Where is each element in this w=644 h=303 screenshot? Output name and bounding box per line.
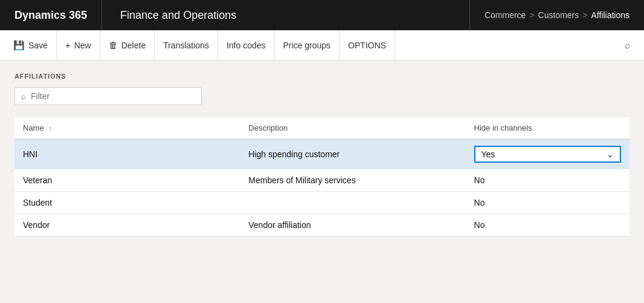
table-row[interactable]: VeteranMembers of Military servicesNo [14, 169, 630, 192]
chevron-down-icon: ⌄ [607, 149, 614, 159]
cell-desc-vendor: Vendor affiliation [240, 214, 465, 236]
col-hide-label: Hide in channels [474, 123, 532, 132]
delete-button[interactable]: 🗑 Delete [100, 30, 155, 60]
options-button[interactable]: OPTIONS [340, 30, 395, 60]
info-codes-label: Info codes [227, 41, 266, 50]
filter-search-icon: ⌕ [21, 92, 26, 101]
breadcrumb-sep2: > [582, 10, 587, 20]
brand-logo[interactable]: Dynamics 365 [0, 0, 102, 30]
section-title: AFFILIATIONS [14, 73, 630, 80]
col-header-hide: Hide in channels [466, 117, 630, 139]
table-row[interactable]: HNIHigh spending customerYes⌄ [14, 139, 630, 169]
table-row[interactable]: StudentNo [14, 192, 630, 214]
col-name-label: Name [23, 123, 44, 132]
options-label: OPTIONS [348, 41, 386, 50]
new-icon: + [65, 40, 71, 50]
table-row[interactable]: VendorVendor affiliationNo [14, 214, 630, 236]
translations-button[interactable]: Translations [155, 30, 218, 60]
translations-label: Translations [163, 41, 209, 50]
col-header-name[interactable]: Name ↑ [14, 117, 240, 139]
cell-desc-veteran: Members of Military services [240, 169, 465, 192]
breadcrumb-sep1: > [529, 10, 534, 20]
cell-hide-veteran: No [466, 169, 630, 192]
sort-arrow-icon: ↑ [48, 125, 52, 132]
search-button[interactable]: ⌕ [616, 30, 639, 60]
new-label: New [74, 41, 91, 50]
save-icon: 💾 [13, 40, 25, 51]
breadcrumb: Commerce > Customers > Affiliations [470, 0, 644, 30]
price-groups-button[interactable]: Price groups [275, 30, 340, 60]
cell-desc-student [240, 192, 465, 214]
delete-label: Delete [121, 41, 146, 50]
delete-icon: 🗑 [109, 40, 118, 50]
filter-box[interactable]: ⌕ [14, 87, 202, 105]
cell-hide-student: No [466, 192, 630, 214]
cell-hide-vendor: No [466, 214, 630, 236]
new-button[interactable]: + New [57, 30, 100, 60]
cell-name-vendor: Vendor [14, 214, 240, 236]
cell-desc-hni: High spending customer [240, 139, 465, 169]
brand-text: Dynamics 365 [14, 9, 87, 22]
dropdown-hide-hni[interactable]: Yes⌄ [474, 146, 621, 163]
info-codes-button[interactable]: Info codes [218, 30, 275, 60]
content-area: AFFILIATIONS ⌕ Name ↑ Description Hide i… [0, 60, 644, 249]
top-nav: Dynamics 365 Finance and Operations Comm… [0, 0, 644, 30]
breadcrumb-affiliations: Affiliations [591, 10, 630, 20]
breadcrumb-commerce[interactable]: Commerce [485, 10, 526, 20]
save-label: Save [28, 41, 48, 50]
affiliations-table: Name ↑ Description Hide in channels HNIH… [14, 117, 630, 236]
price-groups-label: Price groups [283, 41, 331, 50]
filter-input[interactable] [31, 91, 195, 101]
breadcrumb-customers[interactable]: Customers [538, 10, 579, 20]
cell-name-student: Student [14, 192, 240, 214]
cell-name-veteran: Veteran [14, 169, 240, 192]
col-header-description: Description [240, 117, 465, 139]
module-text: Finance and Operations [120, 9, 236, 22]
dropdown-value-hni: Yes [481, 149, 495, 159]
search-icon: ⌕ [625, 40, 631, 51]
cell-name-hni: HNI [14, 139, 240, 169]
save-button[interactable]: 💾 Save [5, 30, 57, 60]
col-desc-label: Description [248, 123, 288, 132]
table-header-row: Name ↑ Description Hide in channels [14, 117, 630, 139]
cell-hide-hni[interactable]: Yes⌄ [466, 139, 630, 169]
toolbar: 💾 Save + New 🗑 Delete Translations Info … [0, 30, 644, 60]
module-title[interactable]: Finance and Operations [102, 0, 470, 30]
